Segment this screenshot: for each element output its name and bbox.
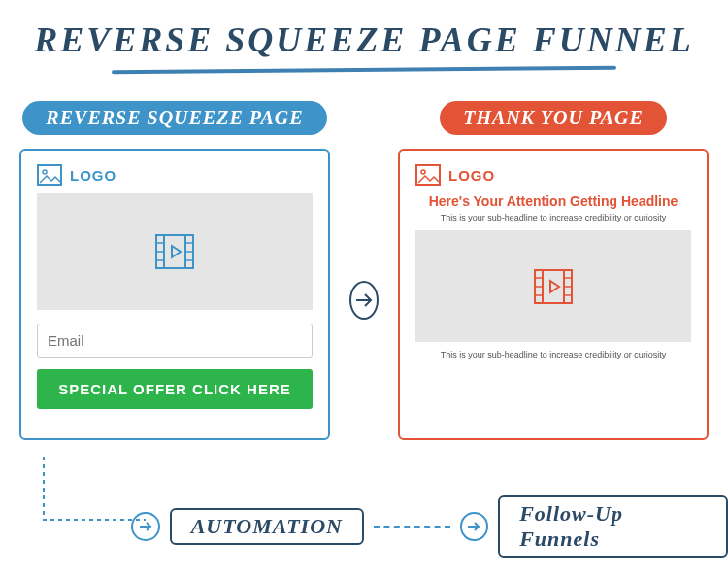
followup-box: Follow-Up Funnels	[498, 495, 728, 558]
automation-box: AUTOMATION	[170, 508, 364, 545]
arrow-right-icon	[131, 512, 160, 541]
squeeze-card: LOGO SPECIAL OFFER CLICK HERE	[19, 149, 330, 440]
video-icon	[534, 269, 573, 304]
squeeze-column: REVERSE SQUEEZE PAGE LOGO	[19, 101, 330, 440]
squeeze-video-placeholder	[37, 193, 313, 310]
thankyou-pill: THANK YOU PAGE	[440, 101, 667, 135]
thankyou-video-placeholder	[415, 230, 691, 342]
thankyou-subhead-top: This is your sub-headline to increase cr…	[415, 213, 691, 222]
arrow-right-icon	[349, 281, 379, 320]
thankyou-logo-row: LOGO	[415, 164, 691, 186]
page-title: REVERSE SQUEEZE PAGE FUNNEL	[0, 19, 728, 60]
special-offer-button[interactable]: SPECIAL OFFER CLICK HERE	[37, 369, 313, 409]
image-icon	[37, 164, 62, 186]
squeeze-logo-text: LOGO	[70, 167, 116, 184]
thankyou-column: THANK YOU PAGE LOGO Here's Your Attentio…	[398, 101, 709, 440]
squeeze-logo-row: LOGO	[37, 164, 313, 186]
svg-point-1	[43, 170, 47, 174]
dotted-connector	[374, 526, 450, 528]
thankyou-card: LOGO Here's Your Attention Getting Headl…	[398, 149, 709, 440]
svg-marker-24	[550, 281, 559, 292]
svg-marker-11	[172, 246, 181, 257]
thankyou-subhead-bottom: This is your sub-headline to increase cr…	[415, 350, 691, 359]
image-icon	[415, 164, 441, 186]
bottom-flow: AUTOMATION Follow-Up Funnels	[35, 495, 728, 558]
arrow-right-icon	[460, 512, 489, 541]
thankyou-headline: Here's Your Attention Getting Headline	[415, 193, 691, 209]
thankyou-logo-text: LOGO	[448, 167, 495, 184]
video-icon	[155, 234, 194, 269]
svg-point-14	[421, 170, 425, 174]
email-field[interactable]	[37, 324, 313, 358]
squeeze-pill: REVERSE SQUEEZE PAGE	[22, 101, 326, 135]
title-underline	[112, 66, 616, 75]
funnel-row: REVERSE SQUEEZE PAGE LOGO	[0, 101, 728, 440]
